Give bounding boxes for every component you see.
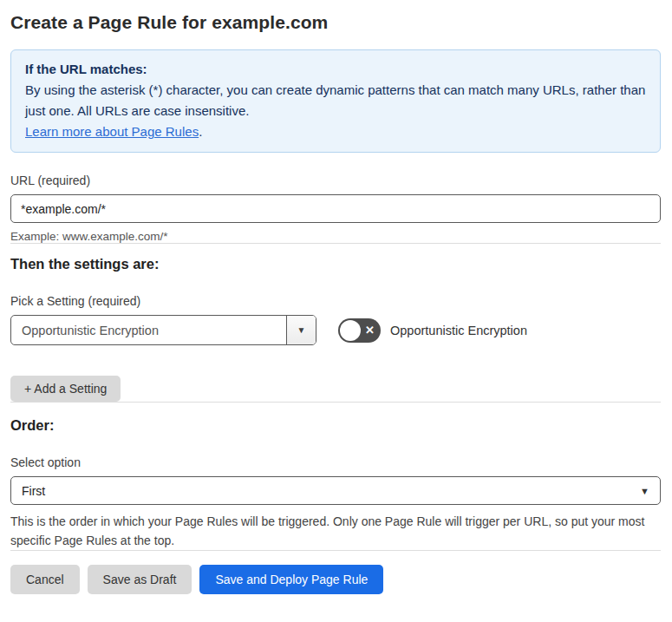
info-box-link-line: Learn more about Page Rules. [25, 121, 646, 142]
select-arrow-icon: ▼ [640, 486, 649, 496]
link-period: . [199, 124, 202, 139]
info-box-heading: If the URL matches: [25, 59, 646, 80]
toggle-knob [340, 320, 361, 341]
url-input[interactable] [10, 194, 661, 223]
toggle-off-x-icon: ✕ [365, 324, 375, 336]
order-section-heading: Order: [10, 417, 661, 434]
url-field-label: URL (required) [10, 174, 661, 187]
footer-actions: Cancel Save as Draft Save and Deploy Pag… [10, 565, 661, 594]
page-title: Create a Page Rule for example.com [10, 12, 661, 33]
section-divider [10, 402, 661, 403]
order-helper-text: This is the order in which your Page Rul… [10, 512, 648, 550]
setting-dropdown[interactable]: Opportunistic Encryption ▼ [10, 315, 316, 345]
order-select-value: First [22, 484, 45, 498]
save-and-deploy-button[interactable]: Save and Deploy Page Rule [199, 565, 383, 594]
learn-more-link[interactable]: Learn more about Page Rules [25, 124, 199, 139]
settings-section-heading: Then the settings are: [10, 256, 661, 272]
pick-setting-label: Pick a Setting (required) [10, 294, 661, 308]
toggle-label: Opportunistic Encryption [390, 324, 527, 337]
footer-divider [10, 550, 661, 551]
url-example-helper: Example: www.example.com/* [10, 230, 661, 243]
add-setting-button[interactable]: + Add a Setting [10, 376, 121, 402]
page-rule-form: Create a Page Rule for example.com If th… [0, 0, 672, 622]
opportunistic-encryption-toggle[interactable]: ✕ [338, 318, 381, 343]
chevron-down-icon: ▼ [297, 325, 306, 335]
url-match-info-box: If the URL matches: By using the asteris… [10, 49, 661, 153]
order-select-label: Select option [10, 455, 661, 469]
save-as-draft-button[interactable]: Save as Draft [88, 565, 192, 594]
order-select[interactable]: First ▼ [10, 476, 661, 505]
dropdown-arrow-button[interactable]: ▼ [286, 316, 316, 344]
info-box-body: By using the asterisk (*) character, you… [25, 80, 646, 121]
setting-row: Opportunistic Encryption ▼ ✕ Opportunist… [10, 315, 661, 345]
section-divider [10, 243, 661, 244]
setting-dropdown-value: Opportunistic Encryption [11, 316, 286, 344]
cancel-button[interactable]: Cancel [10, 565, 80, 594]
